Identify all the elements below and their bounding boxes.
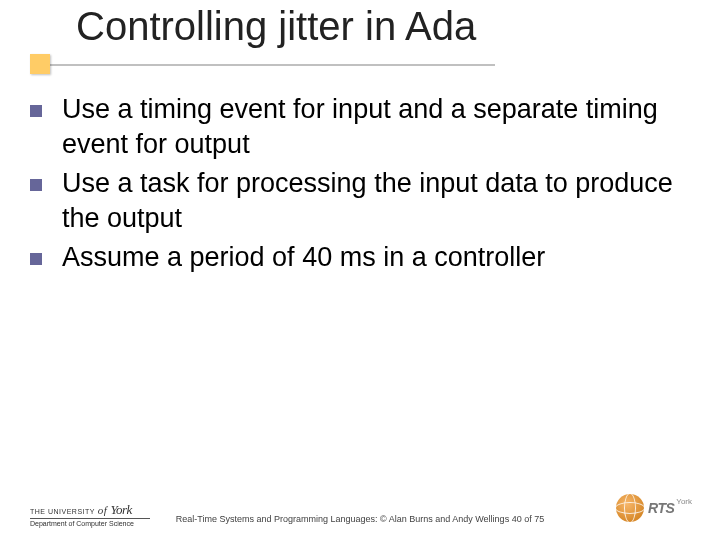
list-item: Use a timing event for input and a separ…: [30, 92, 690, 162]
rts-york-label: York: [676, 497, 692, 506]
slide: Controlling jitter in Ada Use a timing e…: [0, 0, 720, 540]
bullet-text: Assume a period of 40 ms in a controller: [62, 240, 690, 275]
bullet-text: Use a timing event for input and a separ…: [62, 92, 690, 162]
title-block: Controlling jitter in Ada: [0, 6, 720, 46]
bullet-icon: [30, 253, 42, 265]
footer-text: Real-Time Systems and Programming Langua…: [0, 514, 720, 524]
rts-label: RTS: [648, 500, 674, 516]
globe-icon: [616, 494, 644, 522]
rts-logo: RTS York: [616, 494, 692, 522]
list-item: Use a task for processing the input data…: [30, 166, 690, 236]
content-area: Use a timing event for input and a separ…: [30, 92, 690, 279]
title-square-accent: [30, 54, 50, 74]
title-underline: [30, 64, 495, 66]
footer: THE UNIVERSITY of York Department of Com…: [0, 486, 720, 528]
bullet-text: Use a task for processing the input data…: [62, 166, 690, 236]
slide-title: Controlling jitter in Ada: [0, 6, 720, 46]
bullet-icon: [30, 179, 42, 191]
bullet-icon: [30, 105, 42, 117]
list-item: Assume a period of 40 ms in a controller: [30, 240, 690, 275]
